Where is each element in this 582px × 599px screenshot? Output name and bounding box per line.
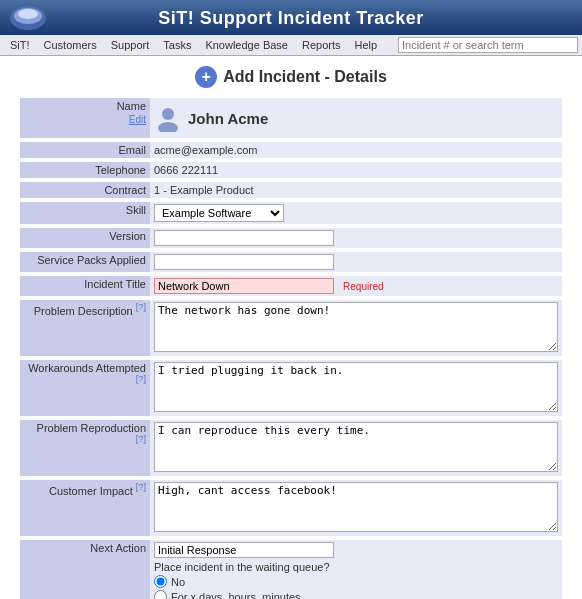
workarounds-label: Workarounds Attempted [?] <box>20 360 150 416</box>
problem-repro-help[interactable]: [?] <box>136 434 146 444</box>
service-packs-value-cell <box>150 252 562 272</box>
page-title-bar: + Add Incident - Details <box>0 56 582 94</box>
skill-row: Skill Example Software <box>20 202 562 224</box>
next-action-label: Next Action <box>20 540 150 599</box>
name-row: Name Edit John Acme <box>20 98 562 138</box>
customer-impact-row: Customer Impact [?] High, cant access fa… <box>20 480 562 536</box>
version-row: Version <box>20 228 562 248</box>
contract-row: Contract 1 - Example Product <box>20 182 562 198</box>
problem-repro-row: Problem Reproduction [?] I can reproduce… <box>20 420 562 476</box>
radio-days[interactable] <box>154 590 167 599</box>
telephone-row: Telephone 0666 222111 <box>20 162 562 178</box>
workarounds-textarea[interactable]: I tried plugging it back in. <box>154 362 558 412</box>
name-label: Name Edit <box>20 98 150 138</box>
email-label: Email <box>20 142 150 158</box>
skill-value-cell: Example Software <box>150 202 562 224</box>
version-input[interactable] <box>154 230 334 246</box>
incident-title-input[interactable] <box>154 278 334 294</box>
nav-knowledge-base[interactable]: Knowledge Base <box>199 37 294 53</box>
global-search-input[interactable] <box>398 37 578 53</box>
radio-days-label: For x days, hours, minutes <box>154 590 558 599</box>
incident-form-table: Name Edit John Acme Email acme@example.c… <box>20 98 562 599</box>
telephone-label: Telephone <box>20 162 150 178</box>
next-action-row: Next Action Place incident in the waitin… <box>20 540 562 599</box>
customer-impact-help[interactable]: [?] <box>136 482 146 492</box>
workarounds-row: Workarounds Attempted [?] I tried pluggi… <box>20 360 562 416</box>
version-label: Version <box>20 228 150 248</box>
telephone-value-cell: 0666 222111 <box>150 162 562 178</box>
telephone-value: 0666 222111 <box>154 164 218 176</box>
workarounds-help[interactable]: [?] <box>136 374 146 384</box>
contract-value: 1 - Example Product <box>154 184 254 196</box>
contract-value-cell: 1 - Example Product <box>150 182 562 198</box>
nav-tasks[interactable]: Tasks <box>157 37 197 53</box>
next-action-value-cell: Place incident in the waiting queue? No … <box>150 540 562 599</box>
required-badge: Required <box>343 281 384 292</box>
problem-desc-row: Problem Description [?] The network has … <box>20 300 562 356</box>
app-logo <box>8 4 48 32</box>
svg-point-3 <box>162 108 174 120</box>
problem-desc-label: Problem Description [?] <box>20 300 150 356</box>
svg-point-4 <box>158 122 178 132</box>
email-row: Email acme@example.com <box>20 142 562 158</box>
customer-impact-textarea[interactable]: High, cant access facebook! <box>154 482 558 532</box>
customer-impact-value-cell: High, cant access facebook! <box>150 480 562 536</box>
contract-label: Contract <box>20 182 150 198</box>
nav-support[interactable]: Support <box>105 37 156 53</box>
service-packs-input[interactable] <box>154 254 334 270</box>
incident-title-label: Incident Title <box>20 276 150 296</box>
nav-customers[interactable]: Customers <box>38 37 103 53</box>
svg-point-2 <box>18 9 38 19</box>
main-content: Name Edit John Acme Email acme@example.c… <box>0 94 582 599</box>
problem-desc-textarea[interactable]: The network has gone down! <box>154 302 558 352</box>
problem-desc-help[interactable]: [?] <box>136 302 146 312</box>
workarounds-value-cell: I tried plugging it back in. <box>150 360 562 416</box>
name-value-cell: John Acme <box>150 98 562 138</box>
service-packs-label: Service Packs Applied <box>20 252 150 272</box>
app-header: SiT! Support Incident Tracker <box>0 0 582 35</box>
nav-reports[interactable]: Reports <box>296 37 347 53</box>
nav-help[interactable]: Help <box>349 37 384 53</box>
incident-title-row: Incident Title Required <box>20 276 562 296</box>
waiting-queue-label: Place incident in the waiting queue? <box>154 561 330 573</box>
customer-name-display: John Acme <box>154 100 558 136</box>
customer-impact-label: Customer Impact [?] <box>20 480 150 536</box>
email-value: acme@example.com <box>154 144 257 156</box>
incident-title-value-cell: Required <box>150 276 562 296</box>
radio-no[interactable] <box>154 575 167 588</box>
skill-label: Skill <box>20 202 150 224</box>
next-action-input[interactable] <box>154 542 334 558</box>
add-icon: + <box>195 66 217 88</box>
radio-no-label: No <box>154 575 558 588</box>
version-value-cell <box>150 228 562 248</box>
waiting-queue-options: No For x days, hours, minutes Until spec… <box>154 575 558 599</box>
nav-sit[interactable]: SiT! <box>4 37 36 53</box>
problem-repro-textarea[interactable]: I can reproduce this every time. <box>154 422 558 472</box>
problem-repro-value-cell: I can reproduce this every time. <box>150 420 562 476</box>
service-packs-row: Service Packs Applied <box>20 252 562 272</box>
edit-name-link[interactable]: Edit <box>24 114 146 125</box>
navbar: SiT! Customers Support Tasks Knowledge B… <box>0 35 582 56</box>
skill-select[interactable]: Example Software <box>154 204 284 222</box>
customer-name: John Acme <box>188 110 268 127</box>
email-value-cell: acme@example.com <box>150 142 562 158</box>
avatar-icon <box>154 104 182 132</box>
page-title: Add Incident - Details <box>223 68 387 86</box>
app-title: SiT! Support Incident Tracker <box>0 8 582 29</box>
problem-desc-value-cell: The network has gone down! <box>150 300 562 356</box>
problem-repro-label: Problem Reproduction [?] <box>20 420 150 476</box>
